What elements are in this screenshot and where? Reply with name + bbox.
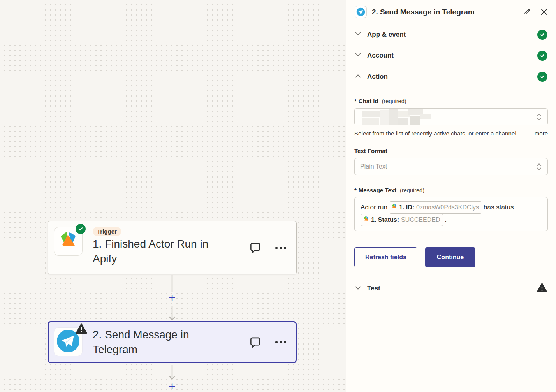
section-label: Account — [367, 52, 537, 60]
telegram-icon-small — [355, 6, 367, 18]
panel-header: 2. Send Message in Telegram — [346, 0, 556, 24]
step-config-panel: 2. Send Message in Telegram — [346, 0, 556, 392]
required-note: (required) — [400, 187, 424, 193]
action-node-selected[interactable]: 2. Send Message in Telegram — [48, 321, 297, 363]
message-text-label: Message Text — [359, 187, 396, 193]
continue-button[interactable]: Continue — [425, 247, 475, 267]
text-format-label: Text Format — [354, 148, 387, 154]
action-form: * Chat Id (required) — [346, 87, 556, 278]
select-chevrons-icon — [536, 162, 542, 173]
message-text-prefix: Actor run — [361, 204, 387, 211]
section-test[interactable]: Test — [346, 278, 556, 299]
section-app-event[interactable]: App & event — [346, 24, 556, 45]
message-text-between: has status — [484, 204, 514, 211]
section-action[interactable]: Action — [346, 66, 556, 87]
mapped-field-token-status[interactable]: 1. Status:SUCCEEDED — [361, 214, 443, 226]
section-warning-icon — [537, 283, 547, 295]
token-label: 1. Status: — [371, 214, 399, 225]
chat-id-label: Chat Id — [359, 98, 378, 104]
token-label: 1. ID: — [399, 202, 414, 213]
section-label: App & event — [367, 31, 537, 39]
close-icon[interactable] — [541, 9, 547, 15]
section-account[interactable]: Account — [346, 45, 556, 66]
section-complete-icon — [537, 51, 547, 61]
select-chevrons-icon — [536, 113, 542, 123]
apify-icon — [58, 231, 78, 252]
panel-title: 2. Send Message in Telegram — [372, 8, 523, 16]
text-format-select[interactable]: Plain Text — [354, 158, 548, 175]
required-marker: * — [354, 98, 357, 104]
section-complete-icon — [537, 72, 547, 82]
chevron-down-icon — [355, 30, 361, 39]
chevron-down-icon — [355, 51, 361, 60]
section-complete-icon — [537, 30, 547, 40]
message-text-editor[interactable]: Actor run1. ID:0zmasW0Pds3KDClyshas stat… — [354, 197, 548, 231]
chat-id-redacted-value — [360, 109, 438, 125]
section-label: Action — [367, 73, 537, 81]
mapped-field-token-id[interactable]: 1. ID:0zmasW0Pds3KDClys — [389, 201, 482, 214]
required-note: (required) — [382, 98, 406, 104]
ellipsis-menu-icon[interactable] — [274, 246, 287, 250]
text-format-value: Plain Text — [360, 163, 387, 170]
required-marker: * — [354, 187, 357, 193]
token-value: SUCCEEDED — [401, 214, 440, 225]
comment-icon[interactable] — [249, 336, 261, 349]
apify-app-icon-tile — [54, 227, 83, 256]
add-step-button-1[interactable]: + — [166, 292, 178, 304]
message-text-suffix: . — [445, 216, 447, 223]
add-step-button-2[interactable]: + — [166, 381, 178, 392]
trigger-badge: Trigger — [93, 227, 121, 236]
comment-icon[interactable] — [249, 241, 261, 254]
chat-id-helper-text: Select from the list of recently active … — [354, 130, 535, 137]
telegram-app-icon-tile — [54, 327, 83, 356]
refresh-fields-button[interactable]: Refresh fields — [354, 247, 417, 267]
edit-pencil-icon[interactable] — [523, 8, 531, 16]
chevron-up-icon — [355, 73, 361, 81]
action-node-title: 2. Send Message in Telegram — [93, 327, 213, 357]
trigger-node-title: 1. Finished Actor Run in Apify — [93, 237, 233, 266]
apify-icon-small — [391, 202, 397, 213]
apify-icon-small — [363, 214, 369, 225]
zap-editor: Trigger 1. Finished Actor Run in Apify — [0, 0, 556, 392]
token-value: 0zmasW0Pds3KDClys — [416, 202, 479, 213]
action-warning-badge — [75, 323, 88, 335]
more-link[interactable]: more — [535, 130, 548, 137]
section-label: Test — [367, 285, 537, 292]
chat-id-select[interactable] — [354, 108, 548, 125]
workflow-canvas[interactable]: Trigger 1. Finished Actor Run in Apify — [0, 0, 346, 392]
trigger-node[interactable]: Trigger 1. Finished Actor Run in Apify — [48, 221, 297, 274]
ellipsis-menu-icon[interactable] — [274, 341, 287, 344]
chevron-down-icon — [355, 285, 361, 293]
trigger-success-badge — [76, 224, 86, 234]
